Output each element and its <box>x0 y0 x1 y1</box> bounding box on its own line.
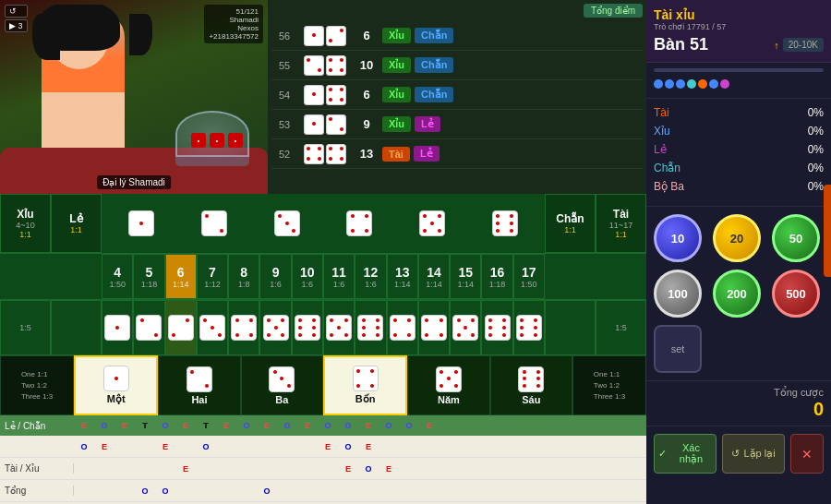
dice-12[interactable] <box>355 300 386 355</box>
chip-10[interactable]: 10 <box>654 214 702 262</box>
dice-6[interactable] <box>165 300 197 355</box>
game-header: Tài xỉu Trò chơi 17791 / 57 Bàn 51 ↑ 20-… <box>646 0 831 63</box>
stat-chan: Chẵn 0% <box>654 162 824 174</box>
dice-5[interactable] <box>133 300 164 355</box>
single-dice-row: One 1:1Two 1:2Three 1:3 Một Hai Ba Bốn <box>0 355 646 415</box>
single-right-odds: One 1:1Two 1:2Three 1:3 <box>572 355 646 415</box>
num-7[interactable]: 71:12 <box>197 254 228 299</box>
dice-17[interactable] <box>513 300 545 355</box>
stream-controls: ↺ ▶ 3 <box>5 5 28 34</box>
score-row-53: 53 9 Xỉu Lẻ <box>271 110 643 139</box>
num-17[interactable]: 171:50 <box>513 254 545 299</box>
top-bet-row: Xỉu 4~10 1:1 Lẻ 1:1 <box>0 194 646 254</box>
dice-7[interactable] <box>197 300 228 355</box>
chip-500[interactable]: 500 <box>772 270 820 318</box>
tai-cell[interactable]: Tài 11~17 1:1 <box>596 194 646 253</box>
score-table: Lẻ / Chẵn EOE TOE TEO EOE OOE OOE O E <box>0 415 646 504</box>
reset-icon: ↺ <box>731 448 740 460</box>
stats-area: Tài 0% Xỉu 0% Lẻ 0% Chẵn 0% Bộ Ba 0% <box>646 99 831 207</box>
score-history: Tổng điểm 56 <box>268 0 646 194</box>
dice-display-2 <box>201 210 227 236</box>
check-icon: ✓ <box>658 448 667 460</box>
chip-20[interactable]: 20 <box>713 214 761 262</box>
num-12[interactable]: 121:6 <box>355 254 386 299</box>
video-feed: • • • 51/121 Shamadi Nexos +21813347572 … <box>0 0 268 194</box>
single-hai[interactable]: Hai <box>158 355 240 415</box>
single-nam[interactable]: Năm <box>407 355 489 415</box>
dice-4[interactable] <box>102 300 133 355</box>
score-row-52: 52 13 Tài Lẻ <box>271 139 643 169</box>
dice-16[interactable] <box>481 300 512 355</box>
dice-10[interactable] <box>292 300 323 355</box>
num-14[interactable]: 141:14 <box>418 254 450 299</box>
action-buttons: ✓ Xác nhận ↺ Lặp lại ✕ <box>646 426 831 481</box>
single-mot[interactable]: Một <box>74 355 158 415</box>
reset-button[interactable]: ↺ Lặp lại <box>722 434 785 474</box>
set-button[interactable]: set <box>654 325 702 373</box>
stat-xiu: Xỉu 0% <box>654 125 824 138</box>
chip-100[interactable]: 100 <box>654 270 702 318</box>
chip-50[interactable]: 50 <box>772 214 820 262</box>
dice-display-3 <box>274 210 300 236</box>
num-10[interactable]: 101:6 <box>292 254 323 299</box>
single-left-odds: One 1:1Two 1:2Three 1:3 <box>0 355 74 415</box>
dice-11[interactable] <box>323 300 355 355</box>
left-panel: • • • 51/121 Shamadi Nexos +21813347572 … <box>0 0 646 504</box>
single-sau[interactable]: Sáu <box>490 355 572 415</box>
num-11[interactable]: 111:6 <box>323 254 355 299</box>
dice-8[interactable] <box>228 300 259 355</box>
dice-display-6 <box>492 210 518 236</box>
history-area <box>646 63 831 99</box>
game-title: Tài xỉu <box>654 7 824 22</box>
bottom-dice-row: 1:5 <box>0 300 646 355</box>
round-number: Bàn 51 <box>654 35 708 54</box>
num-4[interactable]: 41:50 <box>102 254 133 299</box>
dice-14[interactable] <box>418 300 450 355</box>
stat-boba: Bộ Ba 0% <box>654 180 824 193</box>
side-accent <box>824 185 831 277</box>
middle-dice-area <box>102 194 545 253</box>
refresh-btn[interactable]: ↺ <box>5 5 28 18</box>
dice-15[interactable] <box>450 300 481 355</box>
num-15[interactable]: 151:14 <box>450 254 481 299</box>
dice-9[interactable] <box>259 300 291 355</box>
num-5[interactable]: 51:18 <box>133 254 164 299</box>
chips-area: 10 20 50 100 200 500 set <box>646 207 831 381</box>
game-table: Xỉu 4~10 1:1 Lẻ 1:1 <box>0 194 646 504</box>
close-icon: ✕ <box>801 447 813 462</box>
right-panel: Tài xỉu Trò chơi 17791 / 57 Bàn 51 ↑ 20-… <box>646 0 831 504</box>
num-8[interactable]: 81:8 <box>228 254 259 299</box>
dice-display-1 <box>128 210 154 236</box>
xiu-cell[interactable]: Xỉu 4~10 1:1 <box>0 194 51 253</box>
num-9[interactable]: 91:6 <box>259 254 291 299</box>
num-13[interactable]: 131:14 <box>387 254 418 299</box>
dealer-label: Đại lý Shamadi <box>97 175 171 189</box>
num-16[interactable]: 161:18 <box>481 254 512 299</box>
dice-display-5 <box>419 210 445 236</box>
single-bon[interactable]: Bốn <box>323 355 407 415</box>
close-button[interactable]: ✕ <box>790 434 824 474</box>
stat-tai: Tài 0% <box>654 106 824 119</box>
total-bet-area: Tổng cược 0 <box>646 381 831 426</box>
single-ba[interactable]: Ba <box>241 355 323 415</box>
dice-display-4 <box>346 210 372 236</box>
score-row-54: 54 6 Xỉu Chẵn <box>271 80 643 110</box>
chan-cell[interactable]: Chẵn 1:1 <box>545 194 596 253</box>
dice-dome: • • • <box>175 111 249 166</box>
score-row-56: 56 6 Xỉu Chẵn <box>271 21 643 51</box>
confirm-button[interactable]: ✓ Xác nhận <box>654 434 717 474</box>
stat-le: Lẻ 0% <box>654 143 824 156</box>
score-row-55: 55 10 Xỉu Chẵn <box>271 51 643 80</box>
round-info: Bàn 51 ↑ 20-10K <box>654 35 824 54</box>
signal-btn: ▶ 3 <box>5 19 28 32</box>
chip-200[interactable]: 200 <box>713 270 761 318</box>
number-row: 41:50 51:18 61:14 71:12 81:8 91:6 101:6 … <box>0 254 646 300</box>
num-6[interactable]: 61:14 <box>165 254 197 299</box>
dice-13[interactable] <box>387 300 418 355</box>
stream-info: 51/121 Shamadi Nexos +21813347572 <box>204 5 263 43</box>
le-cell[interactable]: Lẻ 1:1 <box>51 194 102 253</box>
